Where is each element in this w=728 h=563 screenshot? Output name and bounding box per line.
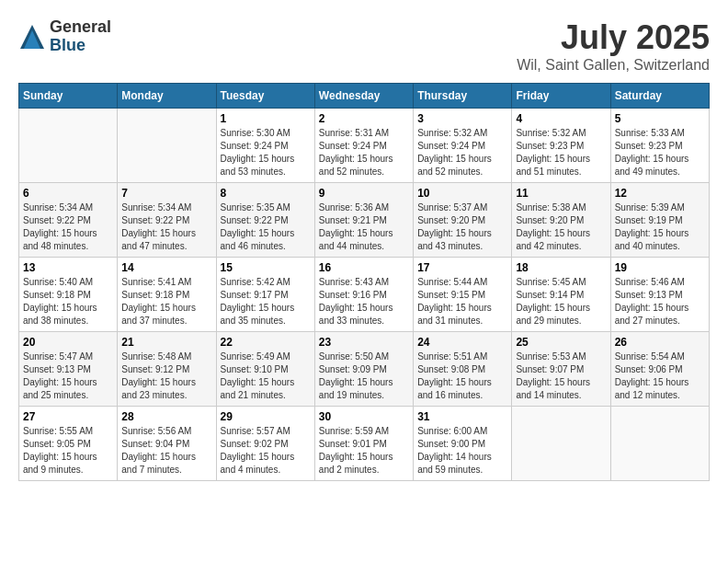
calendar-cell: 28Sunrise: 5:56 AM Sunset: 9:04 PM Dayli… bbox=[118, 407, 216, 481]
day-info: Sunrise: 5:56 AM Sunset: 9:04 PM Dayligh… bbox=[121, 425, 211, 477]
weekday-header: Friday bbox=[512, 84, 610, 109]
day-info: Sunrise: 5:46 AM Sunset: 9:13 PM Dayligh… bbox=[615, 276, 705, 327]
day-number: 18 bbox=[516, 261, 606, 274]
calendar-cell: 4Sunrise: 5:32 AM Sunset: 9:23 PM Daylig… bbox=[512, 109, 610, 183]
calendar-cell: 11Sunrise: 5:38 AM Sunset: 9:20 PM Dayli… bbox=[512, 183, 610, 258]
weekday-header-row: SundayMondayTuesdayWednesdayThursdayFrid… bbox=[19, 84, 710, 109]
calendar-cell: 6Sunrise: 5:34 AM Sunset: 9:22 PM Daylig… bbox=[19, 183, 118, 258]
logo-icon bbox=[18, 23, 46, 51]
day-info: Sunrise: 5:41 AM Sunset: 9:18 PM Dayligh… bbox=[121, 276, 211, 327]
day-info: Sunrise: 5:53 AM Sunset: 9:07 PM Dayligh… bbox=[516, 350, 606, 402]
day-info: Sunrise: 5:32 AM Sunset: 9:24 PM Dayligh… bbox=[417, 127, 507, 178]
calendar-cell: 14Sunrise: 5:41 AM Sunset: 9:18 PM Dayli… bbox=[118, 258, 216, 332]
day-number: 24 bbox=[417, 336, 507, 349]
calendar-cell: 26Sunrise: 5:54 AM Sunset: 9:06 PM Dayli… bbox=[610, 332, 709, 407]
day-info: Sunrise: 5:37 AM Sunset: 9:20 PM Dayligh… bbox=[417, 201, 507, 253]
calendar-week-row: 20Sunrise: 5:47 AM Sunset: 9:13 PM Dayli… bbox=[19, 332, 710, 407]
weekday-header: Wednesday bbox=[314, 84, 413, 109]
day-number: 25 bbox=[516, 336, 606, 349]
calendar-cell: 13Sunrise: 5:40 AM Sunset: 9:18 PM Dayli… bbox=[19, 258, 118, 332]
day-number: 12 bbox=[615, 187, 705, 200]
calendar-cell: 2Sunrise: 5:31 AM Sunset: 9:24 PM Daylig… bbox=[314, 109, 413, 183]
day-number: 19 bbox=[615, 261, 705, 274]
calendar-table: SundayMondayTuesdayWednesdayThursdayFrid… bbox=[18, 83, 710, 481]
calendar-cell: 24Sunrise: 5:51 AM Sunset: 9:08 PM Dayli… bbox=[414, 332, 512, 407]
calendar-cell: 16Sunrise: 5:43 AM Sunset: 9:16 PM Dayli… bbox=[314, 258, 413, 332]
day-info: Sunrise: 5:35 AM Sunset: 9:22 PM Dayligh… bbox=[221, 201, 311, 253]
calendar-cell: 18Sunrise: 5:45 AM Sunset: 9:14 PM Dayli… bbox=[512, 258, 610, 332]
weekday-header: Monday bbox=[118, 84, 216, 109]
logo-blue-label: Blue bbox=[50, 37, 111, 55]
calendar-cell: 7Sunrise: 5:34 AM Sunset: 9:22 PM Daylig… bbox=[118, 183, 216, 258]
day-number: 16 bbox=[319, 261, 409, 274]
day-number: 21 bbox=[121, 336, 211, 349]
day-info: Sunrise: 5:33 AM Sunset: 9:23 PM Dayligh… bbox=[615, 127, 705, 178]
day-info: Sunrise: 6:00 AM Sunset: 9:00 PM Dayligh… bbox=[417, 425, 507, 477]
day-info: Sunrise: 5:45 AM Sunset: 9:14 PM Dayligh… bbox=[516, 276, 606, 327]
day-number: 28 bbox=[121, 410, 211, 423]
calendar-cell: 21Sunrise: 5:48 AM Sunset: 9:12 PM Dayli… bbox=[118, 332, 216, 407]
day-number: 20 bbox=[23, 336, 113, 349]
logo-text: General Blue bbox=[50, 18, 111, 55]
calendar-cell: 20Sunrise: 5:47 AM Sunset: 9:13 PM Dayli… bbox=[19, 332, 118, 407]
weekday-header: Thursday bbox=[414, 84, 512, 109]
day-info: Sunrise: 5:34 AM Sunset: 9:22 PM Dayligh… bbox=[121, 201, 211, 253]
calendar-cell bbox=[610, 407, 709, 481]
day-info: Sunrise: 5:39 AM Sunset: 9:19 PM Dayligh… bbox=[615, 201, 705, 253]
calendar-cell: 9Sunrise: 5:36 AM Sunset: 9:21 PM Daylig… bbox=[314, 183, 413, 258]
day-info: Sunrise: 5:36 AM Sunset: 9:21 PM Dayligh… bbox=[319, 201, 409, 253]
calendar-week-row: 6Sunrise: 5:34 AM Sunset: 9:22 PM Daylig… bbox=[19, 183, 710, 258]
day-info: Sunrise: 5:55 AM Sunset: 9:05 PM Dayligh… bbox=[23, 425, 113, 477]
weekday-header: Tuesday bbox=[216, 84, 314, 109]
day-info: Sunrise: 5:59 AM Sunset: 9:01 PM Dayligh… bbox=[319, 425, 409, 477]
day-number: 11 bbox=[516, 187, 606, 200]
day-info: Sunrise: 5:32 AM Sunset: 9:23 PM Dayligh… bbox=[516, 127, 606, 178]
day-info: Sunrise: 5:43 AM Sunset: 9:16 PM Dayligh… bbox=[319, 276, 409, 327]
weekday-header: Saturday bbox=[610, 84, 709, 109]
day-info: Sunrise: 5:40 AM Sunset: 9:18 PM Dayligh… bbox=[23, 276, 113, 327]
day-number: 6 bbox=[23, 187, 113, 200]
calendar-cell: 5Sunrise: 5:33 AM Sunset: 9:23 PM Daylig… bbox=[610, 109, 709, 183]
day-number: 22 bbox=[221, 336, 311, 349]
calendar-cell: 23Sunrise: 5:50 AM Sunset: 9:09 PM Dayli… bbox=[314, 332, 413, 407]
calendar-cell: 22Sunrise: 5:49 AM Sunset: 9:10 PM Dayli… bbox=[216, 332, 314, 407]
calendar-week-row: 27Sunrise: 5:55 AM Sunset: 9:05 PM Dayli… bbox=[19, 407, 710, 481]
day-info: Sunrise: 5:38 AM Sunset: 9:20 PM Dayligh… bbox=[516, 201, 606, 253]
calendar-cell: 19Sunrise: 5:46 AM Sunset: 9:13 PM Dayli… bbox=[610, 258, 709, 332]
calendar-week-row: 13Sunrise: 5:40 AM Sunset: 9:18 PM Dayli… bbox=[19, 258, 710, 332]
day-number: 26 bbox=[615, 336, 705, 349]
day-number: 1 bbox=[221, 112, 311, 125]
day-number: 13 bbox=[23, 261, 113, 274]
calendar-cell: 17Sunrise: 5:44 AM Sunset: 9:15 PM Dayli… bbox=[414, 258, 512, 332]
calendar-cell bbox=[512, 407, 610, 481]
day-info: Sunrise: 5:50 AM Sunset: 9:09 PM Dayligh… bbox=[319, 350, 409, 402]
calendar-cell: 27Sunrise: 5:55 AM Sunset: 9:05 PM Dayli… bbox=[19, 407, 118, 481]
day-info: Sunrise: 5:44 AM Sunset: 9:15 PM Dayligh… bbox=[417, 276, 507, 327]
page-header: General Blue July 2025 Wil, Saint Gallen… bbox=[18, 18, 710, 74]
day-number: 9 bbox=[319, 187, 409, 200]
day-number: 14 bbox=[121, 261, 211, 274]
calendar-cell bbox=[118, 109, 216, 183]
calendar-cell: 31Sunrise: 6:00 AM Sunset: 9:00 PM Dayli… bbox=[414, 407, 512, 481]
calendar-cell: 12Sunrise: 5:39 AM Sunset: 9:19 PM Dayli… bbox=[610, 183, 709, 258]
day-number: 3 bbox=[417, 112, 507, 125]
day-number: 4 bbox=[516, 112, 606, 125]
calendar-cell: 8Sunrise: 5:35 AM Sunset: 9:22 PM Daylig… bbox=[216, 183, 314, 258]
calendar-cell: 30Sunrise: 5:59 AM Sunset: 9:01 PM Dayli… bbox=[314, 407, 413, 481]
day-info: Sunrise: 5:31 AM Sunset: 9:24 PM Dayligh… bbox=[319, 127, 409, 178]
calendar-week-row: 1Sunrise: 5:30 AM Sunset: 9:24 PM Daylig… bbox=[19, 109, 710, 183]
day-number: 15 bbox=[221, 261, 311, 274]
day-number: 7 bbox=[121, 187, 211, 200]
day-info: Sunrise: 5:49 AM Sunset: 9:10 PM Dayligh… bbox=[221, 350, 311, 402]
title-block: July 2025 Wil, Saint Gallen, Switzerland bbox=[517, 18, 710, 74]
month-title: July 2025 bbox=[517, 18, 710, 57]
calendar-cell: 3Sunrise: 5:32 AM Sunset: 9:24 PM Daylig… bbox=[414, 109, 512, 183]
day-number: 8 bbox=[221, 187, 311, 200]
day-number: 29 bbox=[221, 410, 311, 423]
day-info: Sunrise: 5:54 AM Sunset: 9:06 PM Dayligh… bbox=[615, 350, 705, 402]
day-info: Sunrise: 5:48 AM Sunset: 9:12 PM Dayligh… bbox=[121, 350, 211, 402]
location-label: Wil, Saint Gallen, Switzerland bbox=[517, 57, 710, 74]
day-info: Sunrise: 5:51 AM Sunset: 9:08 PM Dayligh… bbox=[417, 350, 507, 402]
day-number: 2 bbox=[319, 112, 409, 125]
calendar-cell: 29Sunrise: 5:57 AM Sunset: 9:02 PM Dayli… bbox=[216, 407, 314, 481]
